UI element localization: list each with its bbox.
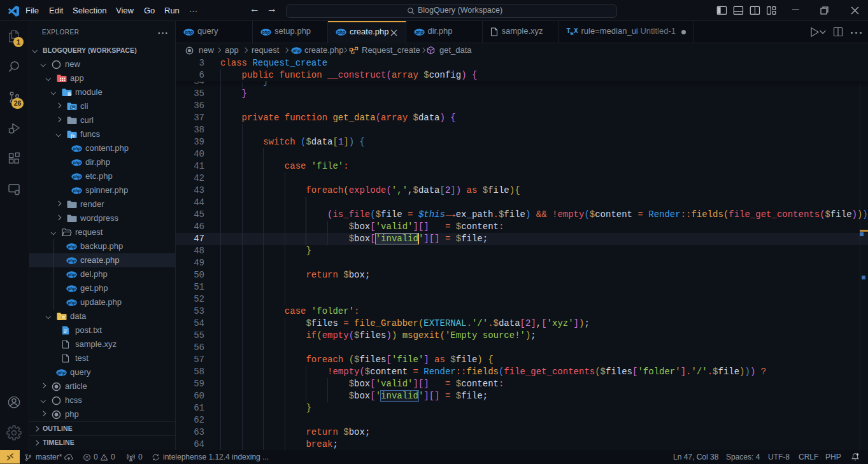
svg-text:fx: fx (71, 132, 75, 138)
svg-text:php: php (72, 188, 80, 193)
svg-text:php: php (72, 160, 80, 165)
svg-text:php: php (57, 370, 65, 375)
svg-text:php: php (67, 244, 75, 249)
svg-text:php: php (292, 48, 300, 53)
svg-text:php: php (184, 30, 192, 35)
svg-text:php: php (72, 174, 80, 179)
svg-text:php: php (415, 30, 423, 35)
svg-text:php: php (336, 30, 345, 35)
svg-text:php: php (72, 146, 80, 151)
svg-text:php: php (67, 300, 75, 305)
svg-text:php: php (261, 30, 269, 35)
svg-text:php: php (67, 258, 75, 263)
svg-text:php: php (67, 286, 75, 291)
svg-text:php: php (67, 272, 75, 277)
